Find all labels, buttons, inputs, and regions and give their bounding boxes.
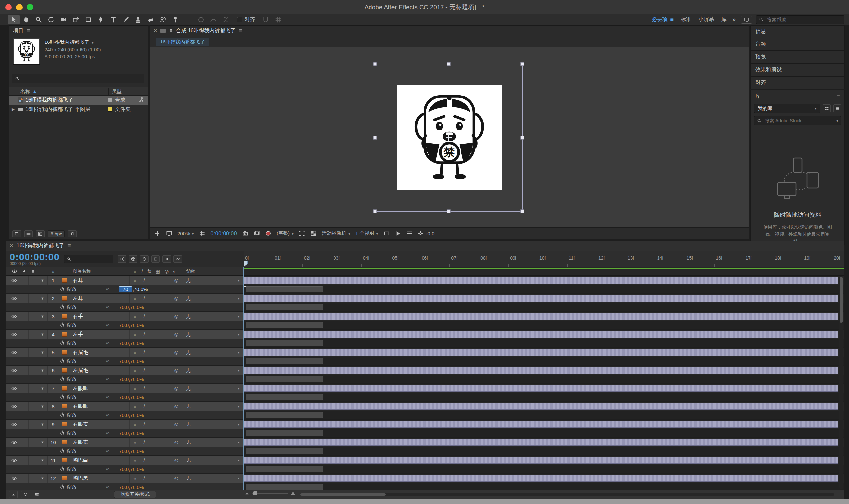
- layer-switches[interactable]: ☼ / ◎: [129, 473, 182, 483]
- layer-switches[interactable]: ☼ / ◎: [129, 420, 182, 429]
- scale-property-row[interactable]: 缩放 ∞ 70.0,70.0% 70 ,70.0%: [6, 321, 844, 329]
- scale-property-label[interactable]: 缩放: [67, 376, 106, 382]
- layer-visibility-toggle[interactable]: [8, 330, 20, 339]
- graph-editor-icon[interactable]: [173, 255, 182, 263]
- scale-property-row[interactable]: 缩放 ∞ 70.0,70.0% 70 ,70.0%: [6, 303, 844, 311]
- dimension-link-icon[interactable]: ∞: [106, 466, 119, 472]
- property-track[interactable]: [243, 465, 844, 473]
- motion-blur-icon[interactable]: [162, 255, 171, 263]
- scale-value[interactable]: 70.0,70.0%: [119, 430, 144, 436]
- selection-handle[interactable]: [521, 210, 524, 213]
- eraser-tool[interactable]: [145, 15, 156, 24]
- frame-blending-icon[interactable]: [151, 255, 160, 263]
- dimension-link-icon[interactable]: ∞: [106, 305, 119, 310]
- grid-guides-icon[interactable]: [199, 230, 205, 236]
- layer-switches[interactable]: ☼ / ◎: [129, 455, 182, 465]
- selection-handle[interactable]: [374, 210, 377, 213]
- layer-twirl-icon[interactable]: ▼: [37, 366, 48, 375]
- show-snapshot-icon[interactable]: [254, 230, 260, 236]
- scale-property-label[interactable]: 缩放: [67, 394, 106, 400]
- layer-name[interactable]: 左眼实: [70, 438, 129, 447]
- property-track[interactable]: [243, 375, 844, 383]
- layer-track[interactable]: [243, 276, 844, 285]
- scale-value[interactable]: 70.0,70.0%: [119, 323, 144, 328]
- layer-track[interactable]: [243, 420, 844, 429]
- scale-property-label[interactable]: 缩放: [67, 322, 106, 328]
- timeline-zoom-control[interactable]: [245, 491, 295, 495]
- shy-footer-icon[interactable]: [21, 491, 30, 498]
- expression-segment[interactable]: [246, 322, 323, 328]
- shape-tool[interactable]: [83, 15, 94, 24]
- layer-switches[interactable]: ☼ / ◎: [129, 438, 182, 447]
- scale-property-label[interactable]: 缩放: [67, 412, 106, 418]
- grid-options-icon[interactable]: [272, 15, 284, 24]
- parent-dropdown[interactable]: 无 ▾: [182, 330, 243, 339]
- label-color-swatch[interactable]: [108, 98, 112, 102]
- panel-tab[interactable]: 效果和预设: [750, 64, 845, 76]
- scale-value[interactable]: 70.0,70.0%: [119, 484, 144, 490]
- layer-name[interactable]: 嘴巴黑: [70, 473, 129, 483]
- mini-flowchart-icon[interactable]: [155, 230, 161, 236]
- layer-duration-bar[interactable]: [244, 277, 838, 284]
- close-tab-icon[interactable]: ×: [10, 242, 13, 249]
- layer-lock-toggle[interactable]: [29, 312, 37, 321]
- sync-settings-icon[interactable]: [741, 16, 752, 23]
- mask-feather-tool-icon[interactable]: [195, 15, 207, 24]
- help-search-input[interactable]: [766, 16, 842, 22]
- selection-handle[interactable]: [447, 210, 451, 213]
- layer-track[interactable]: [243, 473, 844, 483]
- comp-timecode[interactable]: 0:00:00:00: [210, 231, 237, 236]
- stopwatch-icon[interactable]: [57, 305, 67, 310]
- layer-row[interactable]: ▼ 8 右眼眶 ☼ / ◎ 无 ▾: [6, 402, 844, 411]
- transparency-grid-icon[interactable]: [310, 230, 316, 236]
- comp-tab-label[interactable]: 合成 16吓得我内裤都飞了: [176, 28, 236, 34]
- pen-tool[interactable]: [95, 15, 107, 24]
- expression-segment[interactable]: [246, 376, 323, 382]
- layer-lock-toggle[interactable]: [29, 384, 37, 393]
- expression-segment[interactable]: [246, 448, 323, 454]
- layer-name[interactable]: 左耳: [70, 294, 129, 303]
- parent-dropdown[interactable]: 无 ▾: [182, 420, 243, 429]
- layer-duration-bar[interactable]: [244, 367, 838, 374]
- project-color-depth[interactable]: 8 bpc: [48, 230, 65, 237]
- layer-track[interactable]: [243, 366, 844, 375]
- dimension-link-icon[interactable]: ∞: [106, 340, 119, 346]
- timeline-button-icon[interactable]: [406, 230, 413, 236]
- parent-dropdown[interactable]: 无 ▾: [182, 294, 243, 303]
- project-row[interactable]: ▶ 16吓得我内裤都飞了 个图层 文件夹: [9, 105, 148, 114]
- layer-track[interactable]: [243, 455, 844, 465]
- new-composition-icon[interactable]: [36, 230, 45, 237]
- layer-twirl-icon[interactable]: ▼: [37, 330, 48, 339]
- layer-row[interactable]: ▼ 5 右眉毛 ☼ / ◎ 无 ▾: [6, 348, 844, 357]
- layer-audio-toggle[interactable]: [20, 312, 29, 321]
- layer-track[interactable]: [243, 312, 844, 321]
- layer-visibility-toggle[interactable]: [8, 348, 20, 357]
- scale-property-label[interactable]: 缩放: [67, 358, 106, 364]
- layer-switches[interactable]: ☼ / ◎: [129, 366, 182, 375]
- selection-tool[interactable]: [8, 15, 20, 24]
- dimension-link-icon[interactable]: ∞: [106, 376, 119, 382]
- layer-duration-bar[interactable]: [244, 331, 838, 338]
- stock-search-input[interactable]: [764, 118, 834, 124]
- zoom-slider-thumb[interactable]: [253, 491, 257, 496]
- workspace-item[interactable]: 标准≡: [681, 16, 691, 23]
- layer-switches[interactable]: ☼ / ◎: [129, 402, 182, 411]
- layer-track[interactable]: [243, 402, 844, 411]
- lock-column-icon[interactable]: [29, 270, 37, 273]
- layer-lock-toggle[interactable]: [29, 420, 37, 429]
- scale-property-row[interactable]: 缩放 ∞ 70.0,70.0% 70 ,70.0%: [6, 285, 844, 293]
- layer-name[interactable]: 左眉毛: [70, 366, 129, 375]
- dimension-link-icon[interactable]: ∞: [106, 323, 119, 328]
- panel-tab[interactable]: 预览: [750, 51, 845, 64]
- parent-dropdown[interactable]: 无 ▾: [182, 276, 243, 285]
- expand-layers-icon[interactable]: [9, 491, 18, 498]
- layer-twirl-icon[interactable]: ▼: [37, 438, 48, 447]
- layer-lock-toggle[interactable]: [29, 294, 37, 303]
- layer-name[interactable]: 右眉毛: [70, 348, 129, 357]
- workspace-overflow-icon[interactable]: »: [732, 16, 736, 23]
- layer-duration-bar[interactable]: [244, 456, 838, 464]
- layer-track[interactable]: [243, 348, 844, 357]
- workspace-menu-icon[interactable]: ≡: [670, 16, 674, 23]
- parent-column-header[interactable]: 父级: [182, 269, 243, 274]
- layer-switches[interactable]: ☼ / ◎: [129, 384, 182, 393]
